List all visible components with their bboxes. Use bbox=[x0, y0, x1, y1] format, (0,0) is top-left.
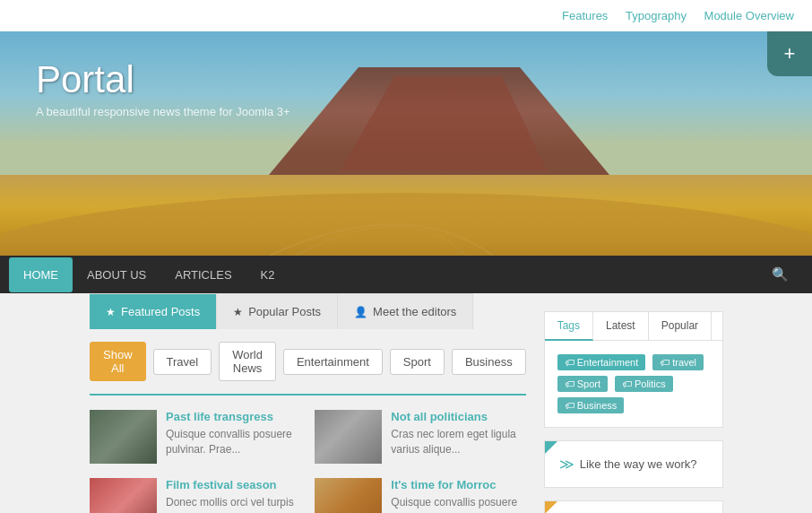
main-column: ★ Featured Posts ★ Popular Posts 👤 Meet … bbox=[90, 293, 526, 513]
article-grid: Past life transgress Quisque convallis p… bbox=[90, 410, 526, 513]
hero-section: Portal A beautiful responsive news theme… bbox=[0, 31, 812, 256]
article-thumbnail bbox=[315, 478, 382, 513]
filter-sport[interactable]: Sport bbox=[390, 349, 445, 375]
topnav-typography[interactable]: Typography bbox=[626, 9, 687, 22]
article-excerpt: Cras nec lorem eget ligula varius alique… bbox=[391, 427, 525, 457]
nav-home[interactable]: HOME bbox=[9, 257, 73, 292]
filter-all[interactable]: Show All bbox=[90, 342, 146, 381]
widget-tab-latest[interactable]: Latest bbox=[593, 312, 649, 340]
tab-featured-label: Featured Posts bbox=[121, 305, 200, 318]
hero-title: Portal bbox=[36, 58, 290, 101]
article-info: It's time for Morroc Quisque convallis p… bbox=[391, 478, 525, 513]
nav-about[interactable]: ABOUT US bbox=[73, 257, 160, 292]
tag-sport[interactable]: 🏷 Sport bbox=[557, 376, 608, 392]
article-excerpt: Quisque convallis posuere pulvinar. Prae… bbox=[391, 495, 525, 513]
article-info: Past life transgress Quisque convallis p… bbox=[166, 410, 300, 457]
topnav-features[interactable]: Features bbox=[562, 9, 608, 22]
tab-popular[interactable]: ★ Popular Posts bbox=[217, 293, 338, 329]
tags-widget: Tags Latest Popular 🏷 Entertainment 🏷 tr… bbox=[544, 311, 723, 428]
filter-entertainment[interactable]: Entertainment bbox=[283, 349, 383, 375]
cta-text: ≫ Like the way we work? bbox=[559, 456, 708, 473]
person-icon: 👤 bbox=[354, 306, 367, 318]
article-title[interactable]: Film festival season bbox=[166, 478, 300, 491]
article-title[interactable]: Not all politicians bbox=[391, 410, 525, 423]
article-info: Film festival season Donec mollis orci v… bbox=[166, 478, 300, 513]
tag-icon-5: 🏷 bbox=[565, 400, 574, 411]
tab-featured[interactable]: ★ Featured Posts bbox=[90, 293, 217, 329]
topnav-module-overview[interactable]: Module Overview bbox=[704, 9, 794, 22]
plus-button[interactable]: + bbox=[767, 31, 812, 76]
widget-tab-popular[interactable]: Popular bbox=[649, 312, 712, 340]
filter-row: Show All Travel World News Entertainment… bbox=[90, 329, 526, 396]
main-nav: HOME ABOUT US ARTICLES K2 🔍 bbox=[0, 256, 812, 293]
tab-popular-label: Popular Posts bbox=[248, 305, 321, 318]
article-title[interactable]: It's time for Morroc bbox=[391, 478, 525, 491]
star-icon-2: ★ bbox=[233, 306, 243, 318]
tag-icon-4: 🏷 bbox=[622, 378, 632, 389]
content-wrapper: ★ Featured Posts ★ Popular Posts 👤 Meet … bbox=[0, 293, 812, 513]
tag-politics[interactable]: 🏷 Politics bbox=[615, 376, 673, 392]
table-row: It's time for Morroc Quisque convallis p… bbox=[315, 478, 525, 513]
article-title[interactable]: Past life transgress bbox=[166, 410, 300, 423]
nav-articles[interactable]: ARTICLES bbox=[160, 257, 246, 292]
filter-business[interactable]: Business bbox=[452, 349, 526, 375]
tag-business[interactable]: 🏷 Business bbox=[557, 397, 625, 413]
tag-entertainment[interactable]: 🏷 Entertainment bbox=[557, 354, 646, 370]
tab-editors-label: Meet the editors bbox=[373, 305, 456, 318]
tag-icon-2: 🏷 bbox=[660, 357, 669, 368]
top-nav: Features Typography Module Overview bbox=[0, 0, 812, 31]
arrow-icon: ≫ bbox=[559, 456, 574, 473]
table-row: Past life transgress Quisque convallis p… bbox=[90, 410, 300, 464]
star-icon: ★ bbox=[106, 306, 116, 318]
tab-bar: ★ Featured Posts ★ Popular Posts 👤 Meet … bbox=[90, 293, 526, 329]
article-thumbnail bbox=[315, 410, 382, 464]
cta-widget: ≫ Like the way we work? bbox=[544, 440, 723, 488]
hero-text: Portal A beautiful responsive news theme… bbox=[36, 58, 290, 118]
tab-editors[interactable]: 👤 Meet the editors bbox=[338, 293, 473, 329]
article-thumbnail bbox=[90, 410, 157, 464]
widget-tab-tags[interactable]: Tags bbox=[545, 312, 593, 341]
nav-k2[interactable]: K2 bbox=[246, 257, 289, 292]
sidebar: Tags Latest Popular 🏷 Entertainment 🏷 tr… bbox=[544, 293, 723, 513]
tag-icon: 🏷 bbox=[565, 357, 574, 368]
article-excerpt: Donec mollis orci vel turpis tempus aliq… bbox=[166, 495, 300, 513]
widget-tab-bar: Tags Latest Popular bbox=[545, 312, 722, 341]
search-icon[interactable]: 🔍 bbox=[757, 256, 803, 293]
cta-widget-2 bbox=[544, 500, 723, 513]
widget-body: 🏷 Entertainment 🏷 travel 🏷 Sport 🏷 Polit… bbox=[545, 341, 722, 427]
article-info: Not all politicians Cras nec lorem eget … bbox=[391, 410, 525, 457]
filter-travel[interactable]: Travel bbox=[153, 349, 212, 375]
hero-subtitle: A beautiful responsive news theme for Jo… bbox=[36, 105, 290, 118]
table-row: Not all politicians Cras nec lorem eget … bbox=[315, 410, 525, 464]
article-excerpt: Quisque convallis posuere pulvinar. Prae… bbox=[166, 427, 300, 457]
table-row: Film festival season Donec mollis orci v… bbox=[90, 478, 300, 513]
tag-travel[interactable]: 🏷 travel bbox=[652, 354, 704, 370]
article-thumbnail bbox=[90, 478, 157, 513]
filter-world-news[interactable]: World News bbox=[219, 342, 276, 381]
tag-icon-3: 🏷 bbox=[565, 378, 574, 389]
